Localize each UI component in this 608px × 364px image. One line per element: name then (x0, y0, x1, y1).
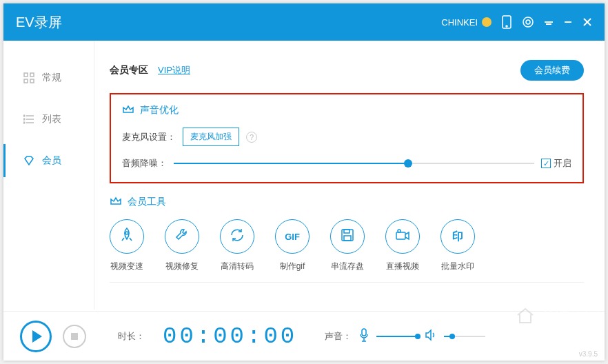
sidebar-item-general[interactable]: 常规 (3, 61, 94, 94)
sidebar: 常规 列表 会员 (3, 41, 94, 310)
svg-rect-10 (30, 79, 34, 83)
minimize-icon[interactable] (563, 17, 573, 27)
sidebar-item-label: 会员 (42, 154, 61, 167)
checkbox-icon: ✓ (541, 159, 551, 168)
version-label: v3.9.5 (579, 350, 598, 358)
svg-point-14 (23, 115, 25, 117)
wrench-icon (174, 227, 190, 246)
noise-slider[interactable] (174, 163, 534, 164)
tool-label: 制作gif (280, 261, 305, 272)
tools-title: 会员工具 (128, 196, 166, 208)
tool-transcode[interactable]: 高清转码 (220, 219, 254, 272)
tool-label: 视频修复 (165, 261, 199, 272)
close-icon[interactable] (582, 17, 592, 27)
tool-watermark[interactable]: 印 批量水印 (440, 219, 475, 272)
main-content: 会员专区 VIP说明 会员续费 声音优化 麦克风设置： 麦克风加强 ? (94, 41, 605, 310)
record-button[interactable] (20, 321, 52, 352)
svg-rect-20 (344, 236, 351, 241)
app-title: EV录屏 (16, 13, 62, 32)
tool-repair[interactable]: 视频修复 (165, 219, 199, 272)
tool-label: 批量水印 (441, 261, 474, 272)
svg-rect-7 (24, 73, 28, 77)
stamp-icon: 印 (452, 230, 463, 244)
tool-label: 高清转码 (221, 261, 254, 272)
dropdown-icon[interactable] (544, 19, 554, 26)
camera-icon (394, 227, 411, 246)
tool-label: 视频变速 (110, 261, 143, 272)
vip-badge-icon (482, 17, 492, 27)
refresh-icon (229, 227, 245, 246)
gif-icon: GIF (285, 232, 300, 242)
stop-button[interactable] (63, 325, 86, 348)
sound-label: 声音： (325, 330, 352, 343)
svg-point-22 (398, 230, 401, 232)
sidebar-item-member[interactable]: 会员 (3, 144, 94, 177)
speaker-icon[interactable] (425, 329, 437, 344)
titlebar: EV录屏 CHINKEI (3, 3, 605, 41)
separator (110, 282, 584, 283)
svg-rect-23 (362, 329, 366, 336)
play-icon (32, 330, 42, 343)
audio-highlight-box: 声音优化 麦克风设置： 麦克风加强 ? 音频降噪： ✓ (110, 93, 584, 183)
mic-setting-label: 麦克风设置： (122, 131, 176, 143)
mic-icon[interactable] (358, 328, 369, 345)
user-info[interactable]: CHINKEI (441, 17, 492, 28)
phone-icon[interactable] (501, 15, 512, 29)
vip-link[interactable]: VIP说明 (158, 64, 190, 77)
list-icon (23, 113, 35, 125)
svg-point-2 (526, 20, 530, 24)
svg-point-1 (506, 26, 507, 27)
mic-boost-button[interactable]: 麦克风加强 (183, 128, 239, 146)
tool-gif[interactable]: GIF 制作gif (275, 219, 310, 272)
tool-speed[interactable]: 视频变速 (110, 219, 144, 272)
svg-rect-9 (24, 79, 28, 83)
crown-icon (122, 104, 134, 117)
tool-stream[interactable]: 串流存盘 (330, 219, 365, 272)
save-icon (339, 227, 356, 246)
svg-point-17 (125, 232, 128, 234)
svg-point-16 (23, 122, 25, 123)
sidebar-item-label: 列表 (42, 113, 61, 125)
svg-rect-21 (396, 232, 405, 239)
noise-label: 音频降噪： (122, 157, 167, 170)
stop-icon (71, 333, 78, 340)
diamond-icon (23, 154, 35, 167)
username: CHINKEI (441, 17, 478, 28)
svg-point-15 (23, 119, 25, 120)
tool-live[interactable]: 直播视频 (385, 219, 420, 272)
mic-slider[interactable] (376, 336, 418, 337)
enable-checkbox[interactable]: ✓ 开启 (541, 157, 571, 170)
page-title: 会员专区 (110, 64, 148, 77)
speaker-slider[interactable] (444, 336, 485, 337)
audio-title: 声音优化 (140, 104, 179, 117)
sidebar-item-label: 常规 (42, 72, 61, 84)
rocket-icon (119, 227, 135, 246)
duration-label: 时长： (118, 330, 145, 343)
enable-label: 开启 (554, 157, 571, 170)
sidebar-item-list[interactable]: 列表 (3, 103, 94, 136)
crown-icon (110, 196, 122, 208)
svg-point-3 (523, 17, 533, 27)
bottombar: 时长： 00:00:00 声音： v3.9.5 (3, 311, 605, 361)
timer-display: 00:00:00 (163, 323, 297, 350)
svg-rect-8 (30, 73, 34, 77)
grid-icon (23, 72, 35, 84)
settings-icon[interactable] (522, 16, 534, 28)
tool-label: 直播视频 (386, 261, 419, 272)
tools-grid: 视频变速 视频修复 高清转码 GIF 制作gif 串流存盘 (110, 219, 584, 272)
tool-label: 串流存盘 (331, 261, 364, 272)
help-icon[interactable]: ? (246, 132, 257, 143)
renew-button[interactable]: 会员续费 (520, 60, 584, 81)
svg-rect-19 (344, 230, 349, 233)
